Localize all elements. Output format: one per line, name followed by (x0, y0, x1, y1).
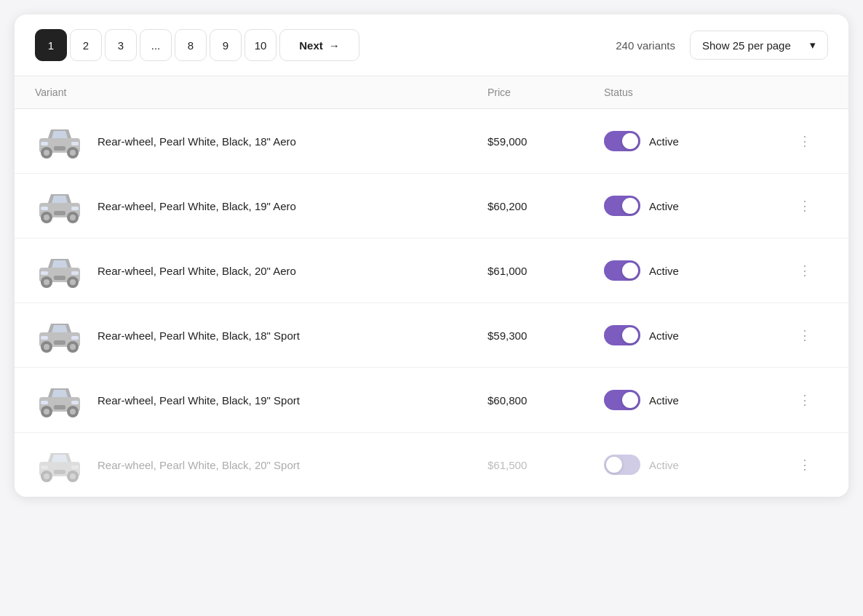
more-menu-cell: ⋮ (793, 324, 828, 347)
status-label: Active (649, 329, 688, 342)
status-toggle[interactable] (604, 325, 640, 345)
car-icon (35, 252, 84, 289)
page-btn-8[interactable]: 8 (175, 29, 207, 61)
svg-rect-21 (41, 271, 48, 275)
price-cell: $60,200 (488, 200, 604, 212)
status-toggle[interactable] (604, 131, 640, 151)
more-menu-cell: ⋮ (793, 129, 828, 153)
car-icon (35, 381, 84, 419)
price-cell: $61,000 (488, 265, 604, 277)
pagination-bar: 123...8910Next→ 240 variants Show 25 per… (15, 15, 848, 76)
price-cell: $59,000 (488, 135, 604, 148)
status-toggle[interactable] (604, 260, 640, 281)
more-options-button[interactable]: ⋮ (793, 388, 816, 412)
svg-point-4 (70, 150, 76, 156)
svg-point-20 (70, 279, 76, 285)
table-row: Rear-wheel, Pearl White, Black, 18" Aero… (15, 109, 848, 174)
more-options-button[interactable]: ⋮ (793, 129, 816, 153)
table-row: Rear-wheel, Pearl White, Black, 19" Spor… (15, 368, 848, 433)
table-header: Variant Price Status (15, 76, 848, 109)
car-icon (35, 187, 84, 225)
toggle-knob (622, 327, 638, 343)
variant-cell: Rear-wheel, Pearl White, Black, 20" Spor… (35, 446, 488, 484)
status-label: Active (649, 265, 688, 277)
status-toggle[interactable] (604, 390, 640, 410)
svg-point-34 (44, 409, 49, 415)
header-actions (793, 87, 828, 98)
more-menu-cell: ⋮ (793, 388, 828, 412)
svg-rect-7 (54, 146, 65, 151)
page-btn-3[interactable]: 3 (105, 29, 137, 61)
status-label: Active (649, 135, 688, 148)
svg-rect-14 (71, 207, 79, 210)
page-btn-ellipsis[interactable]: ... (140, 29, 172, 61)
page-btn-10[interactable]: 10 (244, 29, 277, 61)
variant-label: Rear-wheel, Pearl White, Black, 18" Aero (98, 135, 296, 148)
status-cell: Active (604, 260, 793, 281)
header-variant: Variant (35, 87, 488, 98)
car-icon (35, 446, 84, 484)
table-row: Rear-wheel, Pearl White, Black, 18" Spor… (15, 303, 848, 368)
svg-rect-13 (41, 207, 48, 210)
toggle-knob (622, 198, 638, 214)
variant-label: Rear-wheel, Pearl White, Black, 20" Spor… (98, 459, 300, 471)
per-page-dropdown[interactable]: Show 25 per page ▾ (690, 31, 828, 60)
svg-rect-30 (71, 336, 79, 340)
next-page-button[interactable]: Next→ (279, 29, 359, 61)
arrow-icon: → (329, 39, 340, 52)
svg-rect-47 (54, 470, 65, 474)
table-row: Rear-wheel, Pearl White, Black, 19" Aero… (15, 174, 848, 239)
page-btn-1[interactable]: 1 (35, 29, 67, 61)
svg-point-42 (44, 473, 49, 479)
toggle-knob (622, 392, 638, 408)
price-cell: $61,500 (488, 459, 604, 471)
status-cell: Active (604, 196, 793, 216)
table-body: Rear-wheel, Pearl White, Black, 18" Aero… (15, 109, 848, 497)
page-btn-2[interactable]: 2 (70, 29, 102, 61)
more-menu-cell: ⋮ (793, 453, 828, 476)
chevron-down-icon: ▾ (810, 39, 816, 52)
svg-rect-46 (71, 465, 79, 469)
svg-point-36 (70, 409, 76, 415)
more-options-button[interactable]: ⋮ (793, 453, 816, 476)
per-page-label: Show 25 per page (702, 39, 791, 52)
svg-rect-29 (41, 336, 48, 340)
status-toggle[interactable] (604, 196, 640, 216)
svg-rect-5 (41, 142, 48, 145)
variant-label: Rear-wheel, Pearl White, Black, 18" Spor… (98, 329, 300, 342)
svg-rect-22 (71, 271, 79, 275)
svg-rect-38 (71, 401, 79, 404)
variants-count: 240 variants (616, 39, 675, 52)
svg-point-18 (44, 279, 49, 285)
svg-rect-39 (54, 405, 65, 409)
status-cell: Active (604, 325, 793, 345)
price-cell: $60,800 (488, 394, 604, 407)
header-price: Price (488, 87, 604, 98)
page-btn-9[interactable]: 9 (210, 29, 242, 61)
table-row: Rear-wheel, Pearl White, Black, 20" Aero… (15, 239, 848, 303)
svg-point-12 (70, 215, 76, 220)
main-container: 123...8910Next→ 240 variants Show 25 per… (15, 15, 848, 497)
variant-label: Rear-wheel, Pearl White, Black, 20" Aero (98, 265, 296, 277)
svg-rect-45 (41, 465, 48, 469)
svg-point-28 (70, 344, 76, 350)
car-icon (35, 122, 84, 160)
status-toggle[interactable] (604, 455, 640, 475)
variant-cell: Rear-wheel, Pearl White, Black, 19" Aero (35, 187, 488, 225)
toggle-knob (606, 457, 622, 473)
status-cell: Active (604, 455, 793, 475)
more-options-button[interactable]: ⋮ (793, 324, 816, 347)
more-options-button[interactable]: ⋮ (793, 259, 816, 282)
variant-cell: Rear-wheel, Pearl White, Black, 18" Aero (35, 122, 488, 160)
variant-cell: Rear-wheel, Pearl White, Black, 18" Spor… (35, 316, 488, 354)
svg-rect-37 (41, 401, 48, 404)
toggle-knob (622, 133, 638, 149)
svg-rect-23 (54, 276, 65, 280)
status-cell: Active (604, 390, 793, 410)
more-menu-cell: ⋮ (793, 259, 828, 282)
variant-label: Rear-wheel, Pearl White, Black, 19" Aero (98, 200, 296, 212)
more-options-button[interactable]: ⋮ (793, 194, 816, 217)
pagination-right: 240 variants Show 25 per page ▾ (616, 31, 828, 60)
status-cell: Active (604, 131, 793, 151)
svg-rect-15 (54, 211, 65, 215)
